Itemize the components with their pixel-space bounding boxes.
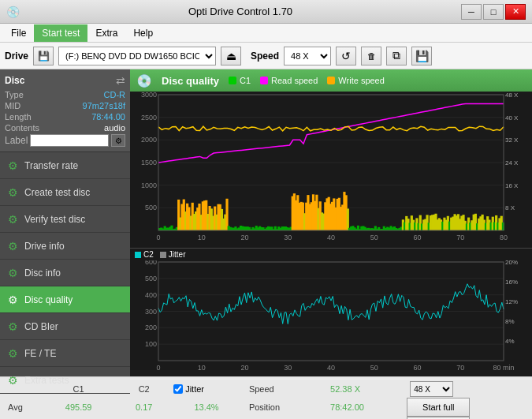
c2-header: C2 <box>119 380 169 398</box>
chart2-canvas <box>130 260 532 376</box>
c1-header: C1 <box>38 380 119 398</box>
main-content: Disc ⇄ Type CD-R MID 97m27s18f Length 78… <box>0 69 532 376</box>
jitter-legend-dot <box>160 252 166 258</box>
write-speed-legend-label: Write speed <box>338 76 385 85</box>
disc-quality-title: Disc quality <box>162 75 219 87</box>
label-input[interactable] <box>30 134 109 147</box>
sidebar-item-drive-info[interactable]: ⚙ Drive info <box>0 233 130 260</box>
avg-c2: 0.17 <box>119 398 169 417</box>
copy-button[interactable]: ⧉ <box>386 47 407 65</box>
start-full-button[interactable]: Start full <box>407 398 470 417</box>
sidebar-item-disc-info[interactable]: ⚙ Disc info <box>0 260 130 286</box>
mid-label: MID <box>5 101 20 110</box>
contents-label: Contents <box>5 123 39 133</box>
disc-quality-label: Disc quality <box>24 294 73 305</box>
sidebar-item-transfer-rate[interactable]: ⚙ Transfer rate <box>0 152 130 179</box>
sidebar-item-disc-quality[interactable]: ⚙ Disc quality <box>0 286 130 313</box>
legend-read-speed: Read speed <box>260 76 318 85</box>
sidebar-nav: ⚙ Transfer rate ⚙ Create test disc ⚙ Ver… <box>0 152 130 394</box>
label-label: Label <box>5 135 28 146</box>
position-label: Position <box>244 398 326 417</box>
avg-jitter: 13.4% <box>169 398 244 417</box>
c2-legend-dot <box>135 252 141 258</box>
speed-label: Speed <box>251 51 279 62</box>
drive-info-label: Drive info <box>24 241 65 252</box>
fe-te-label: FE / TE <box>24 348 56 359</box>
app-title: Opti Drive Control 1.70 <box>20 6 461 17</box>
c2-legend-label: C2 <box>143 250 154 259</box>
disc-title: Disc <box>5 75 24 86</box>
sidebar: Disc ⇄ Type CD-R MID 97m27s18f Length 78… <box>0 69 130 376</box>
chart1-canvas <box>130 92 532 246</box>
minimize-button[interactable]: ─ <box>461 4 482 20</box>
jitter-label: Jitter <box>185 384 204 394</box>
stats-bar: C1 C2 Jitter Speed 52.38 X 48 X Avg <box>0 376 532 419</box>
legend-c1: C1 <box>229 76 251 85</box>
jitter-legend-label: Jitter <box>169 250 186 259</box>
title-bar: 💿 Opti Drive Control 1.70 ─ □ ✕ <box>0 0 532 24</box>
app-icon: 💿 <box>6 6 20 18</box>
transfer-rate-label: Transfer rate <box>24 160 78 171</box>
menu-extra[interactable]: Extra <box>87 24 125 42</box>
save-button[interactable]: 💾 <box>411 47 432 65</box>
disc-info-label: Disc info <box>24 267 61 279</box>
maximize-button[interactable]: □ <box>483 4 504 20</box>
length-label: Length <box>5 112 32 122</box>
menu-bar: File Start test Extra Help <box>0 24 532 43</box>
jitter-checkbox[interactable] <box>173 384 183 394</box>
jitter-checkbox-label: Jitter <box>173 384 240 394</box>
transfer-rate-icon: ⚙ <box>8 159 18 172</box>
length-value: 78:44.00 <box>91 112 125 122</box>
speed-header: Speed <box>244 380 326 398</box>
avg-label: Avg <box>6 398 38 417</box>
c1-legend-label: C1 <box>240 76 251 85</box>
eject-button[interactable]: ⏏ <box>221 47 241 65</box>
verify-test-disc-label: Verify test disc <box>24 214 85 225</box>
contents-value: audio <box>104 123 125 133</box>
drive-icon: 💾 <box>33 47 54 65</box>
create-test-disc-icon: ⚙ <box>8 186 18 199</box>
menu-start-test[interactable]: Start test <box>34 24 87 42</box>
disc-quality-icon: ⚙ <box>8 294 18 306</box>
cd-bier-label: CD BIer <box>24 321 58 332</box>
content-area: 💿 Disc quality C1 Read speed Write speed <box>130 69 532 376</box>
read-speed-legend-label: Read speed <box>271 76 318 85</box>
chart2-container: C2 Jitter <box>130 249 532 376</box>
menu-file[interactable]: File <box>3 24 34 42</box>
menu-help[interactable]: Help <box>125 24 161 42</box>
write-speed-legend-dot <box>327 77 335 84</box>
stats-table: C1 C2 Jitter Speed 52.38 X 48 X Avg <box>0 377 532 419</box>
drive-label: Drive <box>5 51 28 62</box>
drive-bar: Drive 💾 (F:) BENQ DVD DD DW1650 BCIC ⏏ S… <box>0 43 532 69</box>
disc-panel: Disc ⇄ Type CD-R MID 97m27s18f Length 78… <box>0 69 130 152</box>
disc-quality-header: 💿 Disc quality C1 Read speed Write speed <box>130 69 532 92</box>
sidebar-item-verify-test-disc[interactable]: ⚙ Verify test disc <box>0 206 130 233</box>
type-label: Type <box>5 90 24 99</box>
create-test-disc-label: Create test disc <box>24 187 90 198</box>
erase-button[interactable]: 🗑 <box>361 47 381 65</box>
verify-test-disc-icon: ⚙ <box>8 213 18 226</box>
refresh-button[interactable]: ↺ <box>336 47 356 65</box>
sidebar-item-fe-te[interactable]: ⚙ FE / TE <box>0 340 130 367</box>
legend-write-speed: Write speed <box>327 76 385 85</box>
disc-quality-header-icon: 💿 <box>136 73 152 88</box>
stats-speed-select[interactable]: 48 X <box>410 381 453 397</box>
speed-select[interactable]: 48 X Max 40 X 32 X <box>284 47 331 65</box>
speed-value: 52.38 X <box>326 380 407 398</box>
label-gear-button[interactable]: ⚙ <box>111 134 125 147</box>
fe-te-icon: ⚙ <box>8 347 18 360</box>
cd-bier-icon: ⚙ <box>8 320 18 333</box>
mid-value: 97m27s18f <box>83 101 125 110</box>
chart1-container <box>130 92 532 249</box>
sidebar-item-cd-bier[interactable]: ⚙ CD BIer <box>0 313 130 340</box>
c1-legend-dot <box>229 77 236 84</box>
position-value: 78:42.00 <box>326 398 407 417</box>
chart2-legend: C2 Jitter <box>130 249 532 260</box>
sidebar-item-create-test-disc[interactable]: ⚙ Create test disc <box>0 179 130 206</box>
disc-arrow-icon[interactable]: ⇄ <box>116 74 125 87</box>
charts-area: C2 Jitter <box>130 92 532 376</box>
avg-c1: 495.59 <box>38 398 119 417</box>
close-button[interactable]: ✕ <box>505 4 526 20</box>
drive-select[interactable]: (F:) BENQ DVD DD DW1650 BCIC <box>58 47 216 65</box>
read-speed-legend-dot <box>260 77 268 84</box>
